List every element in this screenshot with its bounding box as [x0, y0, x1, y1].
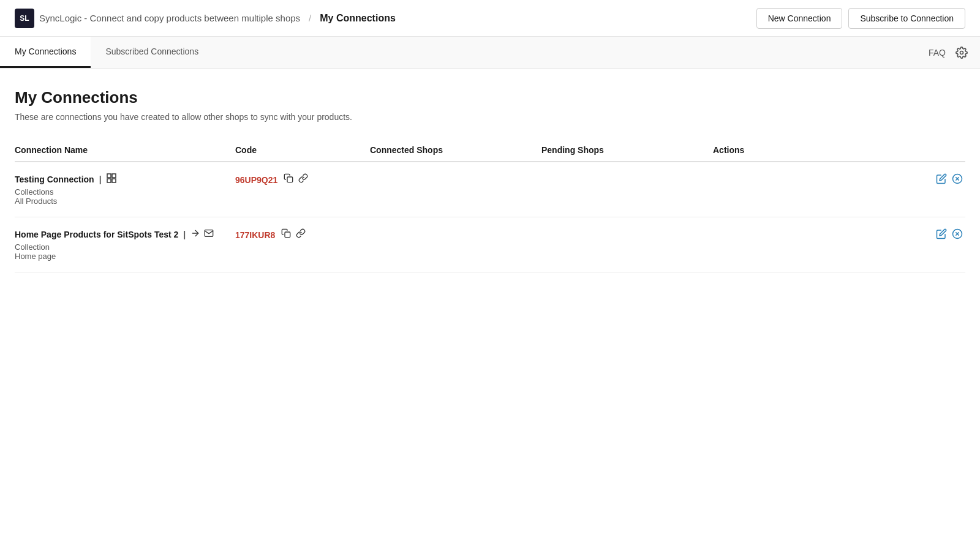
row1-code-actions: [284, 173, 308, 186]
row2-delete-icon[interactable]: [952, 228, 963, 242]
row1-name-cell: Testing Connection | Collect: [15, 162, 235, 217]
svg-point-0: [960, 51, 963, 54]
svg-rect-5: [287, 177, 293, 182]
col-header-actions: Actions: [713, 139, 965, 162]
row2-name-cell: Home Page Products for SitSpots Test 2 |: [15, 217, 235, 272]
tab-subscribed-connections[interactable]: Subscribed Connections: [91, 37, 213, 68]
tabs-left: My Connections Subscribed Connections: [0, 37, 213, 68]
table-row: Home Page Products for SitSpots Test 2 |: [15, 217, 965, 272]
svg-rect-1: [107, 174, 111, 178]
row2-pending-shops: [541, 217, 713, 272]
row2-copy-icon[interactable]: [281, 228, 291, 241]
new-connection-button[interactable]: New Connection: [756, 8, 843, 29]
row2-name-row: Home Page Products for SitSpots Test 2 |: [15, 228, 235, 240]
row1-name-text: Testing Connection: [15, 174, 94, 184]
faq-link[interactable]: FAQ: [929, 48, 946, 58]
tabs-right: FAQ: [929, 47, 980, 59]
table-row: Testing Connection | Collect: [15, 162, 965, 217]
header-actions: New Connection Subscribe to Connection: [756, 8, 965, 29]
app-logo: SL: [15, 9, 34, 28]
app-title: SyncLogic - Connect and copy products be…: [39, 13, 300, 23]
col-header-connected-shops: Connected Shops: [370, 139, 541, 162]
row2-code-value: 177IKUR8: [235, 230, 275, 240]
row2-action-icons: [713, 228, 963, 242]
page-description: These are connections you have created t…: [15, 112, 965, 122]
row1-action-icons: [713, 173, 963, 187]
table-header-row: Connection Name Code Connected Shops Pen…: [15, 139, 965, 162]
header-current-page: My Connections: [320, 13, 396, 24]
row1-code-cell: 96UP9Q21: [235, 162, 370, 217]
row2-type-icon: [190, 228, 200, 240]
col-header-code: Code: [235, 139, 370, 162]
row2-actions-cell: [713, 217, 965, 272]
row1-link-icon[interactable]: [298, 173, 308, 186]
row2-connected-shops: [370, 217, 541, 272]
row2-sub-value: Home page: [15, 252, 235, 261]
row1-copy-icon[interactable]: [284, 173, 293, 186]
connections-table: Connection Name Code Connected Shops Pen…: [15, 139, 965, 272]
row1-sub-value: All Products: [15, 197, 235, 206]
svg-rect-4: [112, 179, 116, 182]
row2-link-icon[interactable]: [296, 228, 306, 241]
svg-rect-10: [285, 232, 290, 238]
subscribe-connection-button[interactable]: Subscribe to Connection: [848, 8, 965, 29]
row2-email-icon: [204, 228, 214, 240]
row1-delete-icon[interactable]: [952, 173, 963, 187]
row2-code-actions: [281, 228, 306, 241]
row1-actions-cell: [713, 162, 965, 217]
settings-icon[interactable]: [956, 47, 968, 59]
row2-separator: |: [183, 230, 186, 239]
row2-sub-label: Collection: [15, 242, 235, 252]
header-left: SL SyncLogic - Connect and copy products…: [15, 9, 396, 28]
page-title: My Connections: [15, 88, 965, 107]
row2-code-cell: 177IKUR8: [235, 217, 370, 272]
header: SL SyncLogic - Connect and copy products…: [0, 0, 980, 37]
header-separator: /: [309, 13, 311, 23]
row2-edit-icon[interactable]: [936, 228, 947, 242]
row1-connected-shops: [370, 162, 541, 217]
row1-sub-label: Collections: [15, 187, 235, 197]
col-header-pending-shops: Pending Shops: [541, 139, 713, 162]
row1-code-value: 96UP9Q21: [235, 175, 277, 185]
tab-my-connections[interactable]: My Connections: [0, 37, 91, 68]
col-header-name: Connection Name: [15, 139, 235, 162]
row1-type-icon: [107, 173, 116, 185]
tabs-bar: My Connections Subscribed Connections FA…: [0, 37, 980, 69]
row1-name-row: Testing Connection |: [15, 173, 235, 185]
row1-edit-icon[interactable]: [936, 173, 947, 187]
row1-pending-shops: [541, 162, 713, 217]
row2-name-text: Home Page Products for SitSpots Test 2: [15, 230, 178, 239]
svg-rect-2: [112, 174, 116, 178]
main-content: My Connections These are connections you…: [0, 69, 980, 292]
svg-rect-3: [107, 179, 111, 182]
row1-separator: |: [99, 174, 102, 184]
